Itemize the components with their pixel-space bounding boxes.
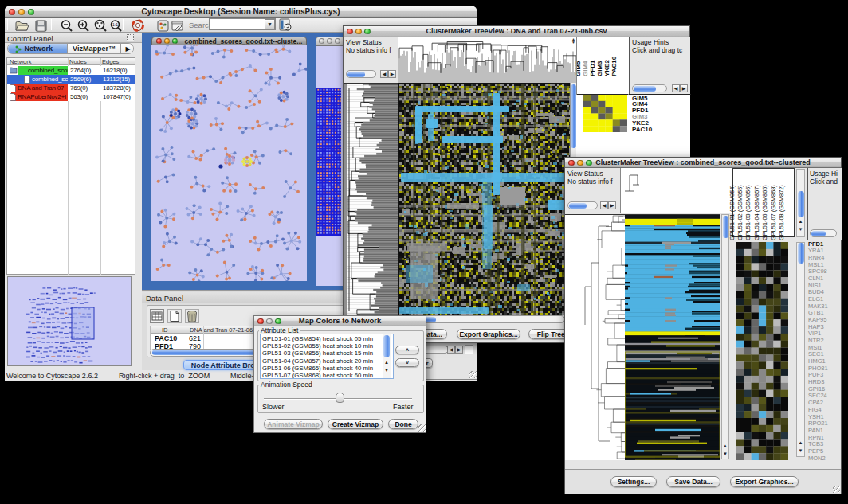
svg-text:1:1: 1:1	[112, 22, 118, 27]
